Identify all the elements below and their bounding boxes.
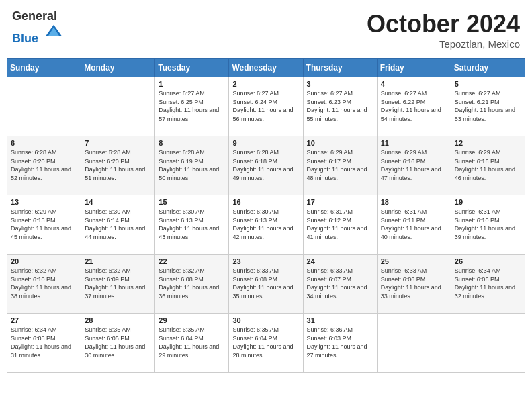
day-number: 27 xyxy=(11,316,77,324)
day-number: 1 xyxy=(159,80,225,88)
calendar-table: SundayMondayTuesdayWednesdayThursdayFrid… xyxy=(7,58,525,373)
calendar-cell: 30Sunrise: 6:35 AM Sunset: 6:04 PM Dayli… xyxy=(229,314,303,373)
calendar-cell: 26Sunrise: 6:34 AM Sunset: 6:06 PM Dayli… xyxy=(451,255,525,314)
calendar-cell xyxy=(81,77,155,136)
day-number: 25 xyxy=(381,257,447,265)
calendar-cell: 27Sunrise: 6:34 AM Sunset: 6:05 PM Dayli… xyxy=(7,314,81,373)
month-title: October 2024 xyxy=(367,10,520,38)
calendar-cell: 10Sunrise: 6:29 AM Sunset: 6:17 PM Dayli… xyxy=(303,136,377,195)
day-number: 23 xyxy=(232,257,299,265)
day-info: Sunrise: 6:27 AM Sunset: 6:25 PM Dayligh… xyxy=(159,89,225,123)
calendar-cell: 31Sunrise: 6:36 AM Sunset: 6:03 PM Dayli… xyxy=(303,314,377,373)
calendar-cell xyxy=(7,77,81,136)
day-info: Sunrise: 6:34 AM Sunset: 6:06 PM Dayligh… xyxy=(455,267,521,300)
day-number: 16 xyxy=(232,198,299,206)
calendar-cell: 28Sunrise: 6:35 AM Sunset: 6:05 PM Dayli… xyxy=(81,314,155,373)
calendar-cell: 25Sunrise: 6:33 AM Sunset: 6:06 PM Dayli… xyxy=(377,255,451,314)
day-number: 19 xyxy=(455,198,521,206)
day-info: Sunrise: 6:33 AM Sunset: 6:08 PM Dayligh… xyxy=(232,267,299,300)
day-info: Sunrise: 6:29 AM Sunset: 6:17 PM Dayligh… xyxy=(307,148,373,182)
day-info: Sunrise: 6:32 AM Sunset: 6:09 PM Dayligh… xyxy=(85,267,151,300)
logo-icon xyxy=(44,24,63,42)
calendar-cell: 23Sunrise: 6:33 AM Sunset: 6:08 PM Dayli… xyxy=(229,255,303,314)
day-info: Sunrise: 6:28 AM Sunset: 6:20 PM Dayligh… xyxy=(11,148,77,182)
day-number: 24 xyxy=(307,257,373,265)
weekday-header-thursday: Thursday xyxy=(303,59,377,77)
calendar-cell: 7Sunrise: 6:28 AM Sunset: 6:20 PM Daylig… xyxy=(81,136,155,195)
day-number: 30 xyxy=(232,316,299,324)
day-info: Sunrise: 6:29 AM Sunset: 6:16 PM Dayligh… xyxy=(455,148,521,182)
day-info: Sunrise: 6:28 AM Sunset: 6:19 PM Dayligh… xyxy=(159,148,225,182)
day-info: Sunrise: 6:33 AM Sunset: 6:06 PM Dayligh… xyxy=(381,267,447,300)
calendar-cell: 12Sunrise: 6:29 AM Sunset: 6:16 PM Dayli… xyxy=(451,136,525,195)
logo: General Blue xyxy=(12,10,63,46)
weekday-header-monday: Monday xyxy=(81,59,155,77)
day-info: Sunrise: 6:27 AM Sunset: 6:23 PM Dayligh… xyxy=(307,89,373,123)
day-number: 26 xyxy=(455,257,521,265)
calendar-cell: 18Sunrise: 6:31 AM Sunset: 6:11 PM Dayli… xyxy=(377,195,451,255)
calendar-cell: 13Sunrise: 6:29 AM Sunset: 6:15 PM Dayli… xyxy=(7,195,81,255)
day-info: Sunrise: 6:28 AM Sunset: 6:18 PM Dayligh… xyxy=(232,148,299,182)
calendar-cell: 5Sunrise: 6:27 AM Sunset: 6:21 PM Daylig… xyxy=(451,77,525,136)
logo-blue: Blue xyxy=(12,32,38,45)
calendar-cell: 19Sunrise: 6:31 AM Sunset: 6:10 PM Dayli… xyxy=(451,195,525,255)
location-title: Tepoztlan, Mexico xyxy=(367,38,520,50)
day-number: 17 xyxy=(307,198,373,206)
day-info: Sunrise: 6:31 AM Sunset: 6:10 PM Dayligh… xyxy=(455,208,521,241)
calendar-cell: 17Sunrise: 6:31 AM Sunset: 6:12 PM Dayli… xyxy=(303,195,377,255)
day-info: Sunrise: 6:31 AM Sunset: 6:11 PM Dayligh… xyxy=(381,208,447,241)
weekday-header-tuesday: Tuesday xyxy=(155,59,229,77)
calendar-cell: 24Sunrise: 6:33 AM Sunset: 6:07 PM Dayli… xyxy=(303,255,377,314)
calendar-week-3: 13Sunrise: 6:29 AM Sunset: 6:15 PM Dayli… xyxy=(7,195,525,255)
calendar-cell: 3Sunrise: 6:27 AM Sunset: 6:23 PM Daylig… xyxy=(303,77,377,136)
calendar-week-5: 27Sunrise: 6:34 AM Sunset: 6:05 PM Dayli… xyxy=(7,314,525,373)
calendar-week-4: 20Sunrise: 6:32 AM Sunset: 6:10 PM Dayli… xyxy=(7,255,525,314)
day-number: 22 xyxy=(159,257,225,265)
day-number: 6 xyxy=(11,139,77,147)
day-info: Sunrise: 6:28 AM Sunset: 6:20 PM Dayligh… xyxy=(85,148,151,182)
calendar-cell: 2Sunrise: 6:27 AM Sunset: 6:24 PM Daylig… xyxy=(229,77,303,136)
calendar-cell: 11Sunrise: 6:29 AM Sunset: 6:16 PM Dayli… xyxy=(377,136,451,195)
calendar-cell: 1Sunrise: 6:27 AM Sunset: 6:25 PM Daylig… xyxy=(155,77,229,136)
day-info: Sunrise: 6:29 AM Sunset: 6:16 PM Dayligh… xyxy=(381,148,447,182)
day-number: 12 xyxy=(455,139,521,147)
day-number: 29 xyxy=(159,316,225,324)
day-info: Sunrise: 6:31 AM Sunset: 6:12 PM Dayligh… xyxy=(307,208,373,241)
calendar-cell: 21Sunrise: 6:32 AM Sunset: 6:09 PM Dayli… xyxy=(81,255,155,314)
title-block: October 2024 Tepoztlan, Mexico xyxy=(367,10,520,50)
calendar-cell: 29Sunrise: 6:35 AM Sunset: 6:04 PM Dayli… xyxy=(155,314,229,373)
day-number: 31 xyxy=(307,316,373,324)
calendar-cell: 16Sunrise: 6:30 AM Sunset: 6:13 PM Dayli… xyxy=(229,195,303,255)
page-header: General Blue October 2024 Tepoztlan, Mex… xyxy=(7,7,525,53)
weekday-header-row: SundayMondayTuesdayWednesdayThursdayFrid… xyxy=(7,59,525,77)
calendar-cell: 6Sunrise: 6:28 AM Sunset: 6:20 PM Daylig… xyxy=(7,136,81,195)
day-info: Sunrise: 6:34 AM Sunset: 6:05 PM Dayligh… xyxy=(11,326,77,359)
logo-general: General xyxy=(12,9,57,23)
day-info: Sunrise: 6:30 AM Sunset: 6:14 PM Dayligh… xyxy=(85,208,151,241)
day-number: 8 xyxy=(159,139,225,147)
day-number: 14 xyxy=(85,198,151,206)
calendar-cell: 9Sunrise: 6:28 AM Sunset: 6:18 PM Daylig… xyxy=(229,136,303,195)
day-number: 20 xyxy=(11,257,77,265)
calendar-cell xyxy=(451,314,525,373)
calendar-cell: 20Sunrise: 6:32 AM Sunset: 6:10 PM Dayli… xyxy=(7,255,81,314)
day-number: 7 xyxy=(85,139,151,147)
day-info: Sunrise: 6:27 AM Sunset: 6:24 PM Dayligh… xyxy=(232,89,299,123)
calendar-cell: 22Sunrise: 6:32 AM Sunset: 6:08 PM Dayli… xyxy=(155,255,229,314)
calendar-cell: 15Sunrise: 6:30 AM Sunset: 6:13 PM Dayli… xyxy=(155,195,229,255)
day-info: Sunrise: 6:35 AM Sunset: 6:05 PM Dayligh… xyxy=(85,326,151,359)
day-number: 5 xyxy=(455,80,521,88)
calendar-week-1: 1Sunrise: 6:27 AM Sunset: 6:25 PM Daylig… xyxy=(7,77,525,136)
day-info: Sunrise: 6:27 AM Sunset: 6:22 PM Dayligh… xyxy=(381,89,447,123)
day-info: Sunrise: 6:36 AM Sunset: 6:03 PM Dayligh… xyxy=(307,326,373,359)
day-number: 21 xyxy=(85,257,151,265)
day-number: 9 xyxy=(232,139,299,147)
day-number: 10 xyxy=(307,139,373,147)
day-number: 11 xyxy=(381,139,447,147)
weekday-header-wednesday: Wednesday xyxy=(229,59,303,77)
day-info: Sunrise: 6:32 AM Sunset: 6:08 PM Dayligh… xyxy=(159,267,225,300)
day-info: Sunrise: 6:30 AM Sunset: 6:13 PM Dayligh… xyxy=(159,208,225,241)
calendar-cell: 4Sunrise: 6:27 AM Sunset: 6:22 PM Daylig… xyxy=(377,77,451,136)
calendar-cell: 14Sunrise: 6:30 AM Sunset: 6:14 PM Dayli… xyxy=(81,195,155,255)
weekday-header-sunday: Sunday xyxy=(7,59,81,77)
